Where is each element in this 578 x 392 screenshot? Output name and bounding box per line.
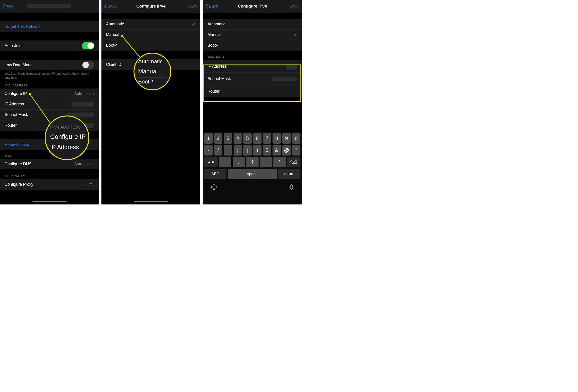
forget-network-button[interactable]: Forget This Network bbox=[0, 21, 99, 32]
key-7[interactable]: 7 bbox=[263, 133, 271, 144]
renew-lease-button[interactable]: Renew Lease bbox=[0, 139, 99, 150]
key-abc[interactable]: ABC bbox=[204, 169, 227, 179]
ipv4-option-automatic[interactable]: Automatic ✓ bbox=[101, 19, 200, 30]
screen-configure-ipv4-manual: Back Configure IPv4 Save Automatic Manua… bbox=[203, 0, 302, 204]
chevron-left-icon bbox=[2, 4, 5, 9]
proxy-header: HTTP PROXY bbox=[0, 174, 99, 179]
auto-join-toggle[interactable] bbox=[82, 42, 94, 49]
home-indicator[interactable] bbox=[32, 201, 67, 202]
key-return[interactable]: return bbox=[278, 169, 300, 179]
configure-proxy-row[interactable]: Configure Proxy Off› bbox=[0, 179, 99, 190]
key-$[interactable]: $ bbox=[263, 145, 271, 156]
subnet-row: Subnet Mask bbox=[0, 110, 99, 120]
key-space[interactable]: space bbox=[228, 169, 277, 179]
nav-bar: Back Configure IPv4 Save bbox=[101, 0, 200, 13]
chevron-right-icon: › bbox=[93, 182, 94, 187]
key-@[interactable]: @ bbox=[282, 145, 291, 156]
back-button[interactable]: Back bbox=[104, 4, 117, 9]
key-0[interactable]: 0 bbox=[292, 133, 300, 144]
key-8[interactable]: 8 bbox=[273, 133, 281, 144]
nav-bar: Wi-Fi bbox=[0, 0, 99, 13]
home-indicator[interactable] bbox=[134, 201, 168, 202]
globe-icon[interactable] bbox=[211, 184, 217, 190]
key-3[interactable]: 3 bbox=[224, 133, 232, 144]
renew-label: Renew Lease bbox=[4, 142, 29, 147]
router-row: Router bbox=[0, 120, 99, 131]
anno-t3: BootP bbox=[138, 78, 153, 85]
manual-label: Manual bbox=[106, 32, 119, 37]
key-1[interactable]: 1 bbox=[204, 133, 213, 144]
configure-dns-value: Automatic bbox=[74, 162, 92, 166]
bootp-label: BootP bbox=[207, 43, 218, 48]
key-4[interactable]: 4 bbox=[234, 133, 242, 144]
ipv4-option-bootp[interactable]: BootP bbox=[203, 40, 302, 50]
back-label: Back bbox=[107, 4, 117, 9]
kbd-row-4: ABC space return bbox=[204, 169, 301, 179]
low-data-desc: Low Data Mode helps apps on your iPhone … bbox=[0, 70, 99, 79]
back-label: Wi-Fi bbox=[6, 4, 16, 9]
kbd-row-3: #+= .,?!' ⌫ bbox=[204, 157, 301, 167]
key-5[interactable]: 5 bbox=[243, 133, 252, 144]
key-,[interactable]: , bbox=[233, 157, 245, 167]
subnet-label: Subnet Mask bbox=[4, 112, 28, 117]
key-?[interactable]: ? bbox=[246, 157, 258, 167]
auto-join-label: Auto-Join bbox=[4, 43, 22, 48]
router-redacted bbox=[81, 123, 94, 128]
configure-ip-label: Configure IP bbox=[4, 91, 27, 96]
save-button[interactable]: Save bbox=[289, 4, 299, 9]
key-/[interactable]: / bbox=[214, 145, 223, 156]
key-![interactable]: ! bbox=[260, 157, 272, 167]
checkmark-icon: ✓ bbox=[192, 22, 196, 27]
subnet-redacted bbox=[67, 113, 94, 117]
key-'[interactable]: ' bbox=[273, 157, 286, 167]
configure-dns-row[interactable]: Configure DNS Automatic› bbox=[0, 159, 99, 169]
key-;[interactable]: ; bbox=[234, 145, 242, 156]
ipv4-option-bootp[interactable]: BootP bbox=[101, 40, 200, 50]
chevron-right-icon: › bbox=[93, 162, 94, 166]
ipv4-option-manual[interactable]: Manual bbox=[101, 30, 200, 40]
annotation-highlight-rect bbox=[203, 65, 301, 102]
key--[interactable]: - bbox=[204, 145, 213, 156]
configure-proxy-value: Off bbox=[87, 182, 92, 187]
mic-icon[interactable] bbox=[289, 184, 294, 191]
save-button[interactable]: Save bbox=[188, 4, 197, 9]
manual-ip-header: MANUAL IP bbox=[203, 56, 302, 60]
ipv4-option-automatic[interactable]: Automatic bbox=[203, 19, 302, 30]
nav-bar: Back Configure IPv4 Save bbox=[203, 0, 302, 13]
configure-ip-row[interactable]: Configure IP Automatic› bbox=[0, 88, 99, 99]
key-)[interactable]: ) bbox=[253, 145, 262, 156]
ipv4-option-manual[interactable]: Manual ✓ bbox=[203, 30, 302, 40]
auto-join-row[interactable]: Auto-Join bbox=[0, 40, 99, 51]
chevron-left-icon bbox=[104, 4, 106, 9]
configure-proxy-label: Configure Proxy bbox=[4, 182, 33, 187]
title-redacted bbox=[27, 4, 71, 8]
key-&[interactable]: & bbox=[273, 145, 281, 156]
manual-label: Manual bbox=[207, 32, 221, 37]
back-button[interactable]: Back bbox=[205, 4, 218, 9]
low-data-row[interactable]: Low Data Mode bbox=[0, 60, 99, 70]
checkmark-icon: ✓ bbox=[293, 32, 297, 38]
bootp-label: BootP bbox=[106, 43, 117, 48]
low-data-label: Low Data Mode bbox=[4, 63, 33, 68]
key-delete[interactable]: ⌫ bbox=[287, 157, 300, 167]
low-data-toggle[interactable] bbox=[82, 61, 94, 69]
key-symbols[interactable]: #+= bbox=[204, 157, 218, 167]
automatic-label: Automatic bbox=[207, 22, 225, 27]
key-9[interactable]: 9 bbox=[282, 133, 291, 144]
back-button[interactable]: Wi-Fi bbox=[2, 4, 16, 9]
router-label: Router bbox=[4, 123, 17, 128]
screen-wifi-details: Wi-Fi Forget This Network Auto-Join Low … bbox=[0, 0, 99, 204]
key-([interactable]: ( bbox=[243, 145, 252, 156]
forget-label: Forget This Network bbox=[4, 24, 41, 29]
kbd-row-1: 1234567890 bbox=[204, 133, 301, 144]
key-:[interactable]: : bbox=[224, 145, 232, 156]
key-6[interactable]: 6 bbox=[253, 133, 262, 144]
key-"[interactable]: " bbox=[292, 145, 300, 156]
key-.[interactable]: . bbox=[219, 157, 231, 167]
dns-header: DNS bbox=[0, 154, 99, 159]
client-id-row[interactable]: Client ID bbox=[101, 59, 200, 70]
chevron-right-icon: › bbox=[93, 91, 94, 96]
key-2[interactable]: 2 bbox=[214, 133, 223, 144]
ip-address-redacted bbox=[71, 102, 94, 107]
configure-ip-value: Automatic bbox=[74, 91, 92, 96]
